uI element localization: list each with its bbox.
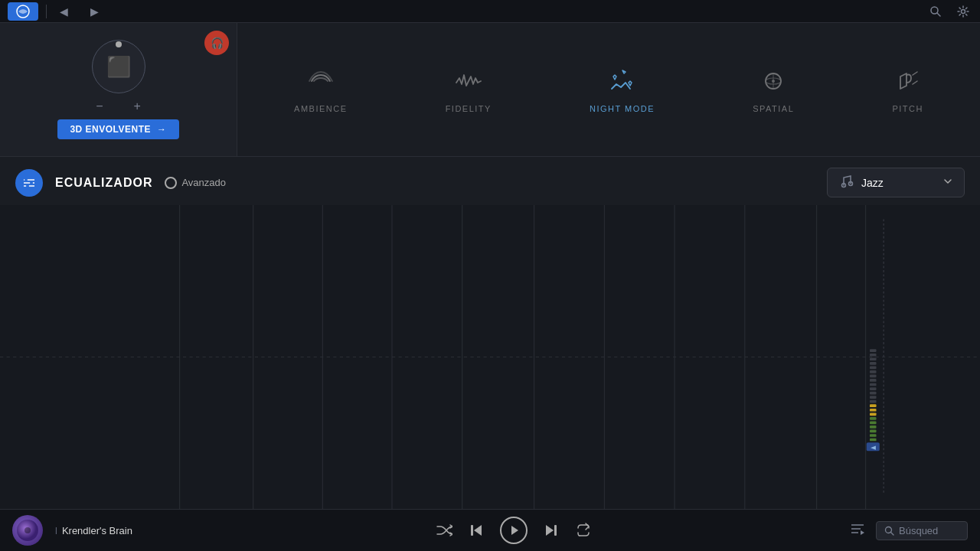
- spatial-label: SPATIAL: [753, 104, 794, 113]
- plus-minus-controls: − +: [96, 99, 141, 113]
- svg-rect-47: [870, 412, 877, 416]
- svg-marker-76: [861, 530, 864, 535]
- surround-btn-arrow-icon: →: [157, 124, 167, 135]
- next-button[interactable]: [543, 522, 560, 539]
- pitch-label: PITCH: [892, 104, 923, 113]
- nav-forward-icon[interactable]: ▶: [85, 2, 103, 21]
- surround-btn-label: 3D ENVOLVENTE: [70, 124, 151, 135]
- eq-svg: ◀: [0, 205, 980, 509]
- minus-icon[interactable]: −: [96, 99, 103, 113]
- plus-icon[interactable]: +: [134, 99, 141, 113]
- preset-dropdown-arrow: [942, 176, 953, 189]
- eq-header: ECUALIZADOR Avanzado Jazz: [15, 157, 965, 205]
- headphone-button[interactable]: 🎧: [204, 31, 229, 55]
- svg-point-67: [24, 527, 31, 533]
- night-mode-label: NIGHT MODE: [590, 104, 655, 113]
- svg-rect-72: [554, 525, 557, 536]
- top-bar-separator: [46, 5, 47, 18]
- play-button[interactable]: [500, 517, 528, 544]
- search-box-icon: [884, 526, 894, 536]
- eq-graph: ◀: [0, 205, 980, 509]
- svg-rect-41: [870, 439, 877, 442]
- svg-rect-69: [471, 525, 473, 536]
- svg-line-2: [937, 13, 940, 16]
- fidelity-icon: [455, 66, 482, 96]
- svg-point-3: [962, 9, 965, 13]
- ambience-label: AMBIENCE: [294, 104, 347, 113]
- spatial-icon: [760, 66, 787, 96]
- svg-rect-59: [870, 362, 877, 365]
- effect-night-mode[interactable]: NIGHT MODE: [590, 66, 655, 113]
- svg-rect-49: [870, 404, 877, 407]
- svg-rect-62: [870, 349, 877, 352]
- eq-icon-button[interactable]: [15, 169, 43, 197]
- search-placeholder-text: Búsqued: [899, 525, 938, 536]
- ambience-icon: [307, 66, 335, 96]
- svg-point-13: [24, 178, 28, 181]
- svg-marker-70: [511, 526, 518, 535]
- svg-rect-50: [870, 400, 877, 403]
- svg-line-78: [891, 532, 894, 535]
- svg-rect-48: [870, 409, 877, 412]
- eq-avanzado-label: Avanzado: [181, 177, 226, 188]
- svg-rect-52: [870, 392, 877, 395]
- preset-music-icon: [838, 173, 854, 192]
- svg-point-7: [772, 80, 775, 83]
- svg-rect-54: [870, 383, 877, 386]
- eq-title: ECUALIZADOR: [55, 176, 152, 190]
- player-right-controls: Búsqued: [850, 521, 968, 540]
- svg-rect-55: [870, 379, 877, 382]
- surround-box: 🎧 ⬛ − + 3D ENVOLVENTE →: [0, 23, 237, 156]
- svg-rect-61: [870, 354, 877, 357]
- effect-pitch[interactable]: PITCH: [892, 66, 923, 113]
- track-name: Krendler's Brain: [62, 525, 132, 536]
- effect-fidelity[interactable]: FIDELITY: [446, 66, 492, 113]
- svg-point-14: [30, 181, 33, 184]
- player-controls: [190, 517, 838, 544]
- night-mode-icon: [609, 66, 636, 96]
- search-box[interactable]: Búsqued: [876, 521, 968, 540]
- playlist-icon[interactable]: [850, 521, 865, 540]
- eq-panel: ECUALIZADOR Avanzado Jazz: [0, 157, 980, 509]
- eq-avanzado[interactable]: Avanzado: [165, 177, 226, 189]
- svg-rect-53: [870, 387, 877, 390]
- svg-rect-58: [870, 367, 877, 370]
- eq-avanzado-radio[interactable]: [165, 177, 177, 189]
- player-track-info: l Krendler's Brain: [55, 525, 178, 536]
- svg-rect-42: [870, 434, 877, 437]
- top-bar-nav: ◀ ▶: [54, 2, 926, 21]
- shuffle-button[interactable]: [436, 522, 452, 539]
- pitch-icon: [894, 66, 922, 96]
- eq-preset-select[interactable]: Jazz: [827, 168, 965, 197]
- surround-icon-wrap: ⬛: [92, 40, 145, 93]
- surround-dot: [116, 41, 122, 47]
- track-separator: l: [55, 525, 57, 536]
- settings-nav-icon[interactable]: [954, 2, 972, 21]
- svg-text:◀: ◀: [871, 444, 876, 450]
- svg-rect-44: [870, 425, 877, 429]
- svg-rect-60: [870, 357, 877, 360]
- svg-marker-71: [546, 525, 554, 536]
- nav-back-icon[interactable]: ◀: [54, 2, 73, 21]
- svg-line-8: [913, 72, 917, 75]
- surround-circle: ⬛: [92, 40, 145, 93]
- top-bar-right: [926, 2, 972, 21]
- svg-rect-51: [870, 396, 877, 399]
- prev-button[interactable]: [468, 522, 485, 539]
- svg-marker-68: [474, 525, 482, 536]
- effects-icons-row: AMBIENCE FIDELITY NIGHT MODE: [237, 23, 980, 156]
- player-thumbnail: [12, 515, 43, 546]
- svg-rect-56: [870, 375, 877, 378]
- svg-rect-46: [870, 417, 877, 420]
- svg-rect-57: [870, 370, 877, 373]
- surround-button[interactable]: 3D ENVOLVENTE →: [57, 119, 178, 139]
- search-nav-icon[interactable]: [926, 2, 945, 21]
- effect-ambience[interactable]: AMBIENCE: [294, 66, 347, 113]
- svg-rect-43: [870, 430, 877, 433]
- effect-spatial[interactable]: SPATIAL: [753, 66, 794, 113]
- preset-name: Jazz: [861, 177, 935, 189]
- effects-panel: 🎧 ⬛ − + 3D ENVOLVENTE →: [0, 23, 980, 157]
- repeat-button[interactable]: [575, 522, 592, 539]
- svg-line-9: [913, 81, 917, 84]
- surround-cube-icon: ⬛: [106, 55, 131, 79]
